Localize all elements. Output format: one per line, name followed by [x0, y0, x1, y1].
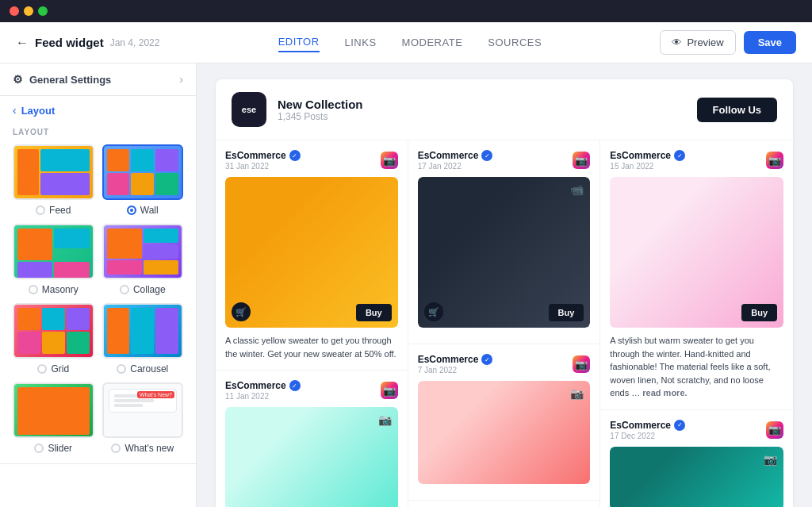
app-header: ← Feed widget Jan 4, 2022 EDITOR LINKS M… [0, 22, 812, 63]
widget-preview: ese New Collection 1,345 Posts Follow Us [216, 79, 793, 507]
verified-badge: ✓ [674, 420, 685, 431]
posts-grid: EsCommerce ✓ 31 Jan 2022 📷 🛒 Buy [216, 140, 793, 507]
camera-icon: 📷 [570, 387, 584, 400]
back-button[interactable]: ← [16, 36, 29, 50]
radio-masonry [29, 285, 38, 294]
layout-name-collage: Collage [120, 284, 166, 295]
post-date: 17 Jan 2022 [418, 162, 493, 171]
post-image: 🛒 Buy [225, 177, 398, 328]
instagram-icon: 📷 [573, 152, 590, 169]
header-actions: 👁 Preview Save [660, 30, 796, 55]
post-card: EsCommerce ✓ 17 Jan 2022 📷 📹 🛒 Buy [408, 140, 600, 344]
layout-thumb-grid [13, 303, 94, 359]
camera-icon: 📹 [570, 183, 584, 196]
post-image: 📷 [225, 407, 398, 507]
widget-header: ese New Collection 1,345 Posts Follow Us [216, 79, 793, 140]
buy-button[interactable]: Buy [741, 304, 777, 321]
layout-item-grid[interactable]: Grid [13, 303, 94, 374]
post-author: EsCommerce [225, 380, 286, 391]
cart-icon[interactable]: 🛒 [232, 302, 251, 321]
layout-name-feed: Feed [36, 205, 71, 216]
nav-moderate[interactable]: MODERATE [402, 33, 463, 52]
post-author-row: EsCommerce ✓ [225, 150, 301, 161]
layout-item-wall[interactable]: Wall [102, 144, 184, 216]
nav-editor[interactable]: EDITOR [278, 33, 320, 52]
save-button[interactable]: Save [744, 31, 796, 54]
layout-thumb-collage [102, 224, 184, 279]
follow-button[interactable]: Follow Us [697, 98, 777, 122]
layout-thumb-carousel [102, 303, 184, 359]
layout-item-slider[interactable]: Slider [13, 382, 94, 454]
layout-item-collage[interactable]: Collage [102, 224, 184, 295]
post-author: EsCommerce [610, 150, 671, 161]
main-content: ese New Collection 1,345 Posts Follow Us [197, 63, 812, 507]
post-author: EsCommerce [418, 354, 479, 365]
post-column-2: EsCommerce ✓ 15 Jan 2022 📷 Buy [600, 140, 793, 507]
main-nav: EDITOR LINKS MODERATE SOURCES [172, 33, 647, 52]
layout-thumb-slider [13, 382, 94, 438]
instagram-icon: 📷 [573, 355, 590, 373]
nav-sources[interactable]: SOURCES [488, 33, 542, 52]
layout-thumb-feed [13, 144, 94, 200]
buy-button[interactable]: Buy [549, 304, 584, 321]
sidebar: ⚙ General Settings › ‹ Layout LAYOUT [0, 63, 197, 507]
post-author-row: EsCommerce ✓ [225, 380, 301, 391]
post-header: EsCommerce ✓ 11 Jan 2022 📷 [225, 380, 398, 401]
post-header: EsCommerce ✓ 17 Jan 2022 📷 [418, 150, 591, 171]
post-author: EsCommerce [225, 150, 286, 161]
read-more-link[interactable]: read more. [642, 388, 687, 398]
minimize-button[interactable] [24, 6, 33, 16]
verified-badge: ✓ [289, 380, 301, 391]
layout-section-label: LAYOUT [13, 125, 183, 136]
general-settings-section: ⚙ General Settings › [0, 63, 196, 96]
layout-item-whatsnew[interactable]: What's New? What's new [102, 382, 184, 454]
post-header: EsCommerce ✓ 15 Jan 2022 📷 [610, 150, 783, 171]
brand-info: New Collection 1,345 Posts [278, 98, 686, 122]
layout-item-masonry[interactable]: Masonry [13, 224, 94, 295]
layout-section: ‹ Layout LAYOUT Feed [0, 96, 196, 464]
post-image: 📷 [418, 381, 591, 484]
general-settings-row[interactable]: ⚙ General Settings › [13, 73, 183, 86]
layout-name-whatsnew: What's new [111, 443, 174, 454]
radio-collage [120, 285, 129, 294]
post-card: EsCommerce ✓ 31 Jan 2022 📷 🛒 Buy [216, 140, 408, 371]
verified-badge: ✓ [289, 150, 301, 161]
nav-links[interactable]: LINKS [345, 33, 377, 52]
post-header: EsCommerce ✓ 31 Jan 2022 📷 [225, 150, 398, 171]
verified-badge: ✓ [674, 150, 685, 161]
radio-wall [127, 205, 136, 215]
post-author-row: EsCommerce ✓ [610, 420, 685, 431]
post-text: A classic yellow sweater to get you thro… [225, 334, 398, 360]
post-author-row: EsCommerce ✓ [418, 150, 493, 161]
preview-button[interactable]: 👁 Preview [660, 30, 735, 55]
buy-button[interactable]: Buy [356, 304, 392, 321]
post-date: 17 Dec 2022 [610, 432, 685, 440]
post-date: 7 Jan 2022 [418, 366, 493, 374]
brand-logo: ese [232, 92, 266, 127]
app-body: ⚙ General Settings › ‹ Layout LAYOUT [0, 63, 812, 507]
post-date: 11 Jan 2022 [225, 392, 301, 401]
post-author-row: EsCommerce ✓ [418, 354, 493, 365]
verified-badge: ✓ [481, 150, 492, 161]
close-button[interactable] [10, 6, 19, 16]
radio-whatsnew [111, 444, 121, 453]
post-image: Buy [610, 177, 783, 328]
instagram-icon: 📷 [766, 152, 783, 169]
layout-item-feed[interactable]: Feed [13, 144, 94, 216]
instagram-icon: 📷 [381, 382, 398, 399]
general-settings-label: ⚙ General Settings [13, 73, 111, 86]
layout-back-row[interactable]: ‹ Layout [13, 104, 183, 117]
layout-thumb-wall [102, 144, 184, 200]
layout-item-carousel[interactable]: Carousel [102, 303, 184, 374]
post-text: A stylish but warm sweater to get you th… [610, 334, 783, 400]
whatsnew-badge: What's New? [137, 391, 174, 398]
cart-icon[interactable]: 🛒 [424, 302, 443, 321]
maximize-button[interactable] [38, 6, 48, 16]
layout-grid: Feed [13, 144, 183, 454]
layout-thumb-masonry [13, 224, 94, 279]
post-card: EsCommerce ✓ 11 Jan 2022 📷 📷 [216, 371, 408, 507]
header-date: Jan 4, 2022 [110, 37, 160, 48]
camera-icon: 📷 [764, 453, 777, 466]
gear-icon: ⚙ [13, 73, 23, 86]
verified-badge: ✓ [481, 354, 492, 365]
